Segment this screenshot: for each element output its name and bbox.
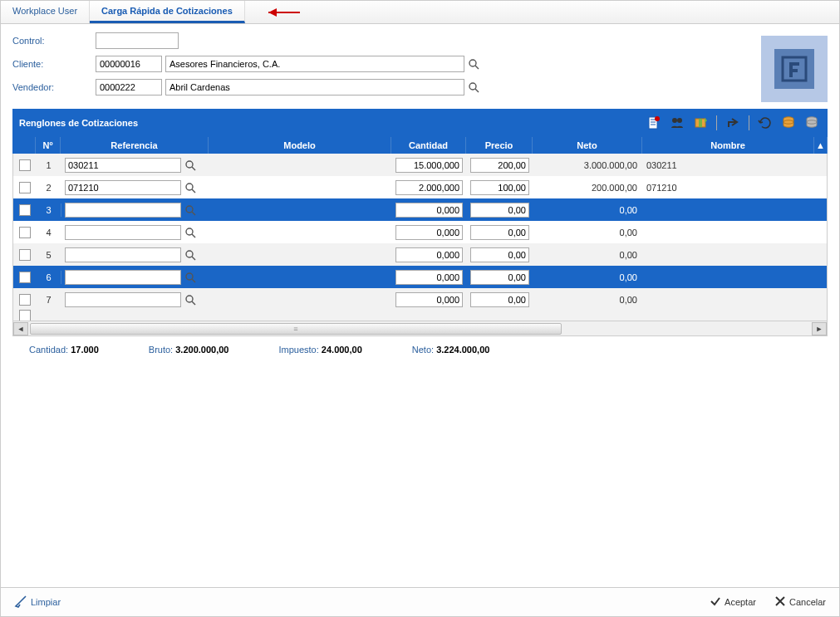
svg-point-8 — [677, 118, 682, 123]
svg-line-16 — [192, 167, 195, 170]
grid-title-text: Renglones de Cotizaciones — [19, 118, 138, 128]
col-num[interactable]: Nº — [36, 137, 61, 154]
referencia-input[interactable] — [65, 247, 181, 262]
precio-input[interactable] — [470, 270, 529, 285]
cantidad-input[interactable] — [395, 270, 463, 285]
col-precio[interactable]: Precio — [466, 137, 533, 154]
neto-label: Neto: — [412, 345, 434, 355]
search-icon[interactable] — [184, 182, 196, 193]
table-row[interactable]: 2200.000,00071210 — [13, 176, 827, 198]
row-number: 6 — [37, 271, 61, 284]
referencia-input[interactable] — [65, 180, 181, 195]
neto-cell: 3.000.000,00 — [533, 159, 643, 172]
precio-input[interactable] — [470, 225, 529, 240]
precio-input[interactable] — [470, 292, 529, 307]
table-row[interactable]: 30,00 — [13, 198, 827, 221]
vendedor-name-input[interactable] — [165, 79, 464, 95]
precio-input[interactable] — [470, 203, 529, 218]
row-checkbox[interactable] — [19, 159, 31, 171]
svg-point-25 — [186, 273, 193, 280]
vendedor-label: Vendedor: — [12, 82, 96, 92]
precio-input[interactable] — [470, 158, 529, 173]
nombre-cell — [643, 298, 827, 301]
search-icon[interactable] — [184, 227, 196, 238]
package-icon[interactable] — [691, 114, 710, 132]
impuesto-value: 24.000,00 — [322, 345, 362, 355]
row-checkbox[interactable] — [19, 249, 31, 261]
database-icon[interactable] — [779, 114, 798, 132]
referencia-input[interactable] — [65, 203, 181, 218]
cancelar-button[interactable]: Cancelar — [769, 594, 831, 610]
row-checkbox[interactable] — [19, 310, 31, 321]
cantidad-input[interactable] — [395, 225, 463, 240]
bruto-label: Bruto: — [149, 345, 173, 355]
svg-line-20 — [192, 212, 195, 215]
referencia-input[interactable] — [65, 158, 181, 173]
neto-cell: 200.000,00 — [533, 181, 643, 194]
aceptar-button[interactable]: Aceptar — [705, 594, 761, 610]
database-gray-icon[interactable] — [803, 114, 821, 132]
totals-row: Cantidad: 17.000 Bruto: 3.200.000,00 Imp… — [12, 336, 828, 363]
svg-line-26 — [192, 279, 195, 282]
referencia-input[interactable] — [65, 225, 181, 240]
search-icon[interactable] — [184, 272, 196, 283]
col-referencia[interactable]: Referencia — [61, 137, 209, 154]
scroll-thumb[interactable] — [30, 323, 562, 335]
row-checkbox[interactable] — [19, 272, 31, 283]
col-modelo[interactable]: Modelo — [209, 137, 391, 154]
col-nombre[interactable]: Nombre — [642, 137, 814, 154]
search-icon[interactable] — [184, 294, 196, 306]
cantidad-input[interactable] — [395, 247, 463, 262]
row-checkbox[interactable] — [19, 204, 31, 216]
modelo-cell — [209, 208, 392, 212]
cantidad-input[interactable] — [395, 203, 463, 218]
table-row[interactable]: 13.000.000,00030211 — [13, 154, 827, 176]
neto-cell: 0,00 — [533, 226, 643, 239]
row-number: 1 — [37, 159, 61, 172]
search-icon[interactable] — [184, 159, 196, 171]
row-number: 2 — [37, 181, 61, 194]
referencia-input[interactable] — [65, 292, 181, 307]
col-neto[interactable]: Neto — [533, 137, 642, 154]
refresh-icon[interactable] — [756, 114, 774, 132]
table-row[interactable]: 60,00 — [13, 266, 827, 288]
scroll-right-button[interactable]: ► — [812, 322, 827, 335]
scroll-left-button[interactable]: ◄ — [13, 322, 28, 335]
tab-carga-rapida[interactable]: Carga Rápida de Cotizaciones — [90, 1, 245, 23]
grid-body[interactable]: 13.000.000,000302112200.000,0007121030,0… — [12, 154, 828, 321]
row-checkbox[interactable] — [19, 182, 31, 193]
separator — [749, 115, 749, 130]
users-icon[interactable] — [668, 114, 686, 132]
control-input[interactable] — [96, 32, 179, 49]
svg-point-6 — [655, 116, 660, 121]
cantidad-input[interactable] — [395, 180, 463, 195]
precio-input[interactable] — [470, 247, 529, 262]
cantidad-input[interactable] — [395, 158, 463, 173]
share-icon[interactable] — [724, 114, 742, 132]
svg-point-23 — [186, 251, 193, 257]
row-number: 5 — [37, 248, 61, 262]
search-icon[interactable] — [468, 81, 479, 93]
row-checkbox[interactable] — [19, 227, 31, 238]
table-row[interactable]: 70,00 — [13, 288, 827, 311]
precio-input[interactable] — [470, 180, 529, 195]
cliente-code-input[interactable] — [96, 56, 162, 72]
search-icon[interactable] — [184, 249, 196, 261]
row-checkbox[interactable] — [19, 294, 31, 306]
table-row[interactable]: 40,00 — [13, 221, 827, 243]
horizontal-scrollbar[interactable]: ◄ ► — [12, 321, 828, 336]
vendedor-code-input[interactable] — [96, 79, 162, 95]
limpiar-button[interactable]: Limpiar — [9, 593, 66, 611]
tab-workplace-user[interactable]: Workplace User — [1, 1, 90, 23]
cantidad-input[interactable] — [395, 292, 463, 307]
row-number: 3 — [37, 203, 61, 217]
cliente-name-input[interactable] — [165, 56, 464, 72]
neto-cell: 0,00 — [533, 248, 643, 262]
company-logo — [761, 36, 828, 102]
search-icon[interactable] — [184, 204, 196, 216]
table-row[interactable]: 50,00 — [13, 243, 827, 266]
search-icon[interactable] — [468, 58, 479, 70]
col-cantidad[interactable]: Cantidad — [391, 137, 466, 154]
referencia-input[interactable] — [65, 270, 181, 285]
document-icon[interactable] — [645, 114, 663, 132]
